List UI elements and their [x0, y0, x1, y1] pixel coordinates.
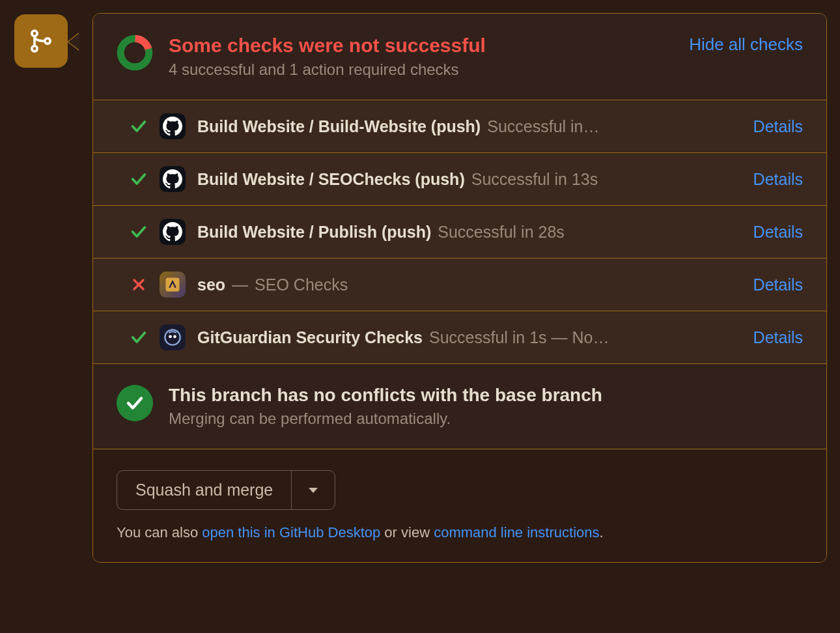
- conflicts-subtitle: Merging can be performed automatically.: [169, 410, 803, 428]
- check-main: GitGuardian Security ChecksSuccessful in…: [197, 328, 742, 347]
- conflicts-title: This branch has no conflicts with the ba…: [169, 385, 803, 406]
- app-icon: [160, 219, 186, 245]
- checks-header: Some checks were not successful 4 succes…: [93, 14, 826, 100]
- details-link[interactable]: Details: [753, 328, 803, 347]
- merge-badge: [14, 14, 68, 68]
- caret-down-icon: [309, 487, 318, 494]
- check-row: GitGuardian Security ChecksSuccessful in…: [93, 311, 826, 364]
- check-main: Build Website / Publish (push)Successful…: [197, 223, 742, 242]
- details-link[interactable]: Details: [753, 117, 803, 136]
- merge-actions: Squash and merge You can also open this …: [93, 449, 826, 562]
- check-name: Build Website / Build-Website (push): [197, 117, 481, 136]
- check-main: Build Website / SEOChecks (push)Successf…: [197, 170, 742, 189]
- merge-panel: Some checks were not successful 4 succes…: [92, 13, 827, 563]
- status-donut-icon: [117, 35, 153, 74]
- details-link[interactable]: Details: [753, 170, 803, 189]
- check-status-text: Successful in 13s: [471, 170, 598, 189]
- check-success-icon: [130, 223, 148, 241]
- panel-arrow: [67, 33, 79, 51]
- app-icon: [160, 166, 186, 192]
- merge-button-group: Squash and merge: [117, 470, 335, 510]
- details-link[interactable]: Details: [753, 223, 803, 242]
- check-status-text: SEO Checks: [255, 275, 348, 294]
- check-row: Build Website / Publish (push)Successful…: [93, 206, 826, 259]
- check-main: seo—SEO Checks: [197, 275, 742, 294]
- svg-point-0: [32, 31, 37, 36]
- check-name: seo: [197, 275, 225, 294]
- git-merge-icon: [28, 28, 54, 54]
- check-success-icon: [130, 117, 148, 135]
- hint-text: You can also: [117, 524, 202, 541]
- conflicts-section: This branch has no conflicts with the ba…: [93, 364, 826, 449]
- app-icon: [160, 324, 186, 350]
- check-failure-icon: [130, 277, 148, 292]
- checks-subtitle: 4 successful and 1 action required check…: [169, 61, 673, 79]
- check-row: Build Website / SEOChecks (push)Successf…: [93, 153, 826, 206]
- svg-marker-11: [309, 488, 318, 493]
- app-icon: [160, 113, 186, 139]
- svg-point-1: [32, 46, 37, 51]
- check-name: Build Website / Publish (push): [197, 223, 431, 242]
- svg-point-10: [173, 335, 176, 339]
- separator: —: [232, 275, 248, 294]
- command-line-link[interactable]: command line instructions: [434, 524, 599, 541]
- success-circle-icon: [117, 385, 153, 421]
- app-icon: [160, 272, 186, 298]
- toggle-checks-link[interactable]: Hide all checks: [689, 35, 803, 55]
- check-main: Build Website / Build-Website (push)Succ…: [197, 117, 742, 136]
- checks-title: Some checks were not successful: [169, 35, 673, 57]
- actions-hint: You can also open this in GitHub Desktop…: [117, 524, 803, 541]
- check-status-text: Successful in 1s — No…: [429, 328, 609, 347]
- check-row: seo—SEO ChecksDetails: [93, 259, 826, 311]
- github-desktop-link[interactable]: open this in GitHub Desktop: [202, 524, 380, 541]
- details-link[interactable]: Details: [753, 275, 803, 294]
- svg-point-2: [45, 38, 50, 44]
- svg-rect-7: [166, 278, 180, 292]
- hint-text: or view: [380, 524, 434, 541]
- check-success-icon: [130, 170, 148, 188]
- check-name: GitGuardian Security Checks: [197, 328, 423, 347]
- squash-merge-button[interactable]: Squash and merge: [117, 471, 292, 509]
- hint-text: .: [600, 524, 604, 541]
- check-row: Build Website / Build-Website (push)Succ…: [93, 100, 826, 153]
- check-status-text: Successful in 28s: [438, 223, 565, 242]
- merge-dropdown-button[interactable]: [292, 471, 335, 509]
- svg-point-9: [169, 335, 172, 339]
- check-status-text: Successful in…: [487, 117, 599, 136]
- check-name: Build Website / SEOChecks (push): [197, 170, 465, 189]
- check-success-icon: [130, 328, 148, 346]
